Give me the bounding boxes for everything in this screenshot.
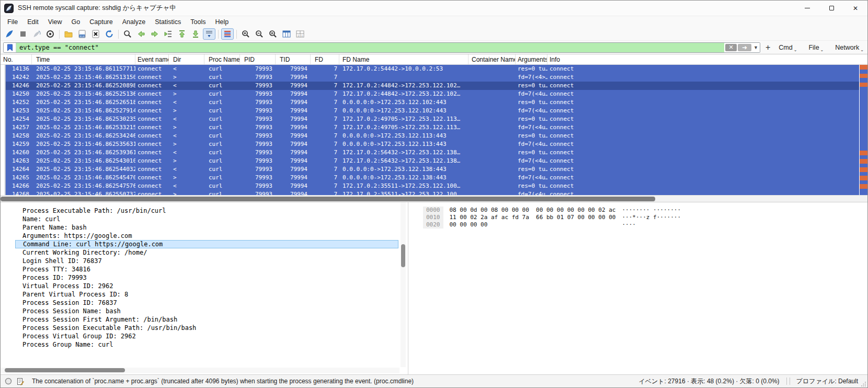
detail-tree-item[interactable]: Virtual Process ID: 2962 <box>15 282 398 290</box>
menu-item[interactable]: Statistics <box>150 17 186 27</box>
intelligent-scrollbar[interactable] <box>859 65 867 195</box>
detail-tree-item[interactable]: Process Executable Path: /usr/bin/curl <box>15 207 398 215</box>
menu-item[interactable]: Go <box>67 17 85 27</box>
column-header-proc-name[interactable]: Proc Name <box>204 54 240 64</box>
packet-row[interactable]: 14260 2025-02-25 23:15:46.862539361 conn… <box>1 149 859 157</box>
menu-item[interactable]: View <box>43 17 67 27</box>
add-filter-button[interactable]: + <box>760 43 774 52</box>
hex-line[interactable]: 0010 11 00 02 2a af ac fd 7a 66 bb 01 07… <box>423 214 867 221</box>
detail-tree-item[interactable]: Process TTY: 34816 <box>15 265 398 273</box>
column-header-no[interactable]: No. <box>1 54 32 64</box>
detail-tree-item[interactable]: Process Session First Argument: /bin/bas… <box>15 315 398 324</box>
displayed-columns-button[interactable]: 11 <box>294 28 306 40</box>
expert-info-button[interactable] <box>4 376 13 386</box>
filter-apply-button[interactable]: ➜ <box>738 44 751 51</box>
detail-tree-item[interactable]: Process Session Executable Path: /usr/bi… <box>15 324 398 332</box>
resize-columns-button[interactable] <box>280 28 293 40</box>
detail-hscrollbar[interactable] <box>1 368 399 373</box>
detail-tree-item[interactable]: Process Session Name: bash <box>15 307 398 315</box>
packet-row[interactable]: 14259 2025-02-25 23:15:46.862535631 conn… <box>1 140 859 149</box>
detail-tree-item[interactable]: Name: curl <box>15 215 398 223</box>
hex-line[interactable]: 0020 00 00 00 00 ···· <box>423 221 867 229</box>
detail-tree-item[interactable]: Process Session ID: 76837 <box>15 299 398 307</box>
zoom-in-button[interactable] <box>239 28 252 40</box>
go-back-button[interactable] <box>135 28 147 40</box>
go-forward-button[interactable] <box>149 28 161 40</box>
filter-shortcut-button[interactable]: Cmd⌄ <box>774 43 801 52</box>
stop-capture-button[interactable] <box>17 28 29 40</box>
packet-row[interactable]: 14264 2025-02-25 23:15:46.862544032 conn… <box>1 165 859 174</box>
open-file-button[interactable] <box>62 28 75 40</box>
packet-row[interactable]: 14263 2025-02-25 23:15:46.862543010 conn… <box>1 157 859 165</box>
detail-tree-item[interactable]: Current Working Directory: /home/ <box>15 248 398 257</box>
zoom-reset-button[interactable] <box>267 28 279 40</box>
filter-clear-button[interactable]: ✕ <box>725 44 737 51</box>
start-capture-button[interactable] <box>3 28 16 40</box>
column-header-pid[interactable]: PID <box>240 54 276 64</box>
go-to-packet-button[interactable] <box>162 28 175 40</box>
close-button[interactable]: ✕ <box>843 1 867 16</box>
filter-shortcut-button[interactable]: File⌄ <box>804 43 828 52</box>
capture-comment-button[interactable] <box>16 376 25 386</box>
filter-history-dropdown[interactable]: ▼ <box>752 43 760 52</box>
detail-tree-item[interactable]: Parent Name: bash <box>15 223 398 232</box>
vscroll-thumb[interactable] <box>401 244 405 267</box>
detail-vscrollbar[interactable] <box>401 202 406 367</box>
find-packet-button[interactable] <box>121 28 134 40</box>
packet-row[interactable]: 14268 2025-02-25 23:15:46.862550732 conn… <box>1 190 859 195</box>
packet-row[interactable]: 14265 2025-02-25 23:15:46.862545470 conn… <box>1 174 859 182</box>
packet-row[interactable]: 14266 2025-02-25 23:15:46.862547576 conn… <box>1 182 859 190</box>
column-header-time[interactable]: Time <box>32 54 135 64</box>
packet-row[interactable]: 14253 2025-02-25 23:15:46.862527914 conn… <box>1 107 859 115</box>
colorize-toggle[interactable] <box>221 28 234 40</box>
reload-button[interactable] <box>103 28 116 40</box>
menu-item[interactable]: Tools <box>186 17 210 27</box>
save-file-button[interactable]: 010 <box>76 28 88 40</box>
resize-grip[interactable] <box>861 381 866 386</box>
menu-item[interactable]: Help <box>210 17 233 27</box>
menu-item[interactable]: File <box>3 17 22 27</box>
hex-line[interactable]: 0000 08 00 0d 00 08 00 00 00 00 00 00 00… <box>423 207 867 214</box>
filter-shortcut-button[interactable]: Network⌄ <box>831 43 868 52</box>
packet-row[interactable]: 14250 2025-02-25 23:15:46.862525136 conn… <box>1 90 859 98</box>
column-header-fd[interactable]: FD <box>311 54 339 64</box>
maximize-button[interactable] <box>819 1 843 16</box>
column-header-event-name[interactable]: Event name <box>135 54 169 64</box>
column-header-info[interactable]: Info <box>547 54 867 64</box>
detail-tree-item[interactable]: Command Line: curl https://google.com <box>15 240 398 248</box>
restart-capture-button[interactable] <box>30 28 43 40</box>
zoom-out-button[interactable] <box>253 28 266 40</box>
profile-selector[interactable]: プロファイル: Default <box>791 377 865 386</box>
packet-row[interactable]: 14254 2025-02-25 23:15:46.862530235 conn… <box>1 115 859 123</box>
detail-tree-item[interactable]: Process Group Name: curl <box>15 340 398 349</box>
column-header-arguments[interactable]: Arguments <box>516 54 547 64</box>
detail-tree-item[interactable]: Process Virtual Group ID: 2962 <box>15 332 398 340</box>
hscroll-thumb[interactable] <box>1 197 655 201</box>
filter-bookmark-button[interactable] <box>4 43 16 52</box>
auto-scroll-toggle[interactable] <box>203 28 215 40</box>
go-to-top-button[interactable] <box>176 28 188 40</box>
capture-options-button[interactable] <box>44 28 56 40</box>
column-header-container-name[interactable]: Container Name <box>469 54 516 64</box>
menu-item[interactable]: Analyze <box>118 17 150 27</box>
menu-item[interactable]: Edit <box>22 17 43 27</box>
packet-row[interactable]: 14246 2025-02-25 23:15:46.862520898 conn… <box>1 82 859 90</box>
display-filter-input[interactable] <box>16 43 724 52</box>
detail-tree-item[interactable]: Process ID: 79993 <box>15 273 398 282</box>
column-header-tid[interactable]: TID <box>276 54 311 64</box>
column-header-fd-name[interactable]: FD Name <box>339 54 469 64</box>
packet-list-hscrollbar[interactable] <box>1 195 867 202</box>
close-file-button[interactable] <box>89 28 102 40</box>
menu-item[interactable]: Capture <box>85 17 117 27</box>
packet-row[interactable]: 14136 2025-02-25 23:15:46.861157711 conn… <box>1 65 859 73</box>
minimize-button[interactable] <box>795 1 819 16</box>
detail-tree-item[interactable]: Parent Virtual Process ID: 8 <box>15 290 398 299</box>
hscroll-thumb[interactable] <box>5 368 125 372</box>
packet-bytes-pane[interactable]: 0000 08 00 0d 00 08 00 00 00 00 00 00 00… <box>408 202 867 374</box>
packet-row[interactable]: 14257 2025-02-25 23:15:46.862533215 conn… <box>1 123 859 132</box>
column-header-dir[interactable]: Dir <box>169 54 204 64</box>
packet-row[interactable]: 14242 2025-02-25 23:15:46.862513150 conn… <box>1 73 859 82</box>
detail-tree-item[interactable]: Arguments: https://google.com <box>15 232 398 240</box>
go-to-bottom-button[interactable] <box>189 28 202 40</box>
detail-tree-item[interactable]: Login Shell ID: 76837 <box>15 257 398 265</box>
